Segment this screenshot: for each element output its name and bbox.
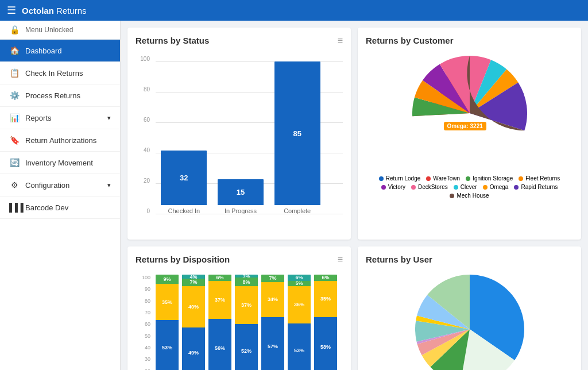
bar-group-checked-in: 32 Checked In [156,151,212,214]
sidebar-item-inventory-movement[interactable]: 🔄 Inventory Movement [0,152,120,174]
stacked-chart: 100908070605040302010 9% 35% 53% Jan [136,275,343,370]
card-header-disposition: Returns by Disposition ≡ [136,255,343,270]
bar-label-checked-in: Checked In [168,207,200,214]
card-header-customer: Returns by Customer [366,36,573,51]
legend-return-lodge: Return Lodge [379,175,421,182]
stacked-bar-jun: 6% 5% 36% 53% Jun [288,275,311,370]
returns-by-disposition-title: Returns by Disposition [136,255,230,264]
stacked-bar-jul: 6% 35% 58% Jul [314,275,337,370]
legend-ignition: Ignition Storage [466,175,513,182]
sidebar-item-check-in-returns[interactable]: 📋 Check In Returns [0,62,120,84]
bar-chart-area: 100806040200 32 Checked In 15 In Progres… [136,56,343,232]
stacked-bar-may-inner: 7% 34% 57% [261,275,284,370]
returns-by-status-title: Returns by Status [136,36,209,45]
stacked-bar-jan-inner: 9% 35% 53% [156,275,179,370]
legend-deckstores: DeckStores [411,184,448,190]
stacked-bar-apr: 3% 8% 37% 52% Apr [235,275,258,370]
content-area: Returns by Status ≡ 100806040200 32 Chec… [121,21,588,370]
sidebar-item-reports[interactable]: 📊 Reports ▾ [0,107,120,129]
stacked-y-axis: 100908070605040302010 [136,275,153,370]
reports-arrow: ▾ [107,114,111,122]
barcode-icon: ▌▌▌ [9,203,20,212]
status-card-menu[interactable]: ≡ [338,36,343,46]
returns-by-status-card: Returns by Status ≡ 100806040200 32 Chec… [127,28,351,240]
returns-by-customer-card: Returns by Customer [358,28,581,240]
menu-status: 🔓 Menu Unlocked [0,21,120,40]
inventory-icon: 🔄 [9,158,20,167]
stacked-bar-mar: 6% 37% 56% Mar [208,275,231,370]
customer-pie-svg [412,56,527,171]
legend-omega: Omega [483,184,509,190]
bar-complete: 85 [274,61,320,205]
topbar: ☰ Octolan Returns [0,0,588,21]
stacked-bar-feb: 4% 7% 40% 49% Feb [182,275,205,370]
returns-by-customer-title: Returns by Customer [366,36,454,45]
legend-mech: Mech House [450,192,489,199]
process-icon: ⚙️ [9,91,20,100]
sidebar-item-return-authorizations[interactable]: 🔖 Return Authorizations [0,129,120,152]
bar-checked-in: 32 [161,151,207,205]
customer-pie-legend: Return Lodge WareTown Ignition Storage F… [366,175,573,199]
app-logo: Octolan Returns [22,6,87,16]
card-header-status: Returns by Status ≡ [136,36,343,51]
bar-label-in-progress: In Progress [225,207,257,214]
bar-group-complete: 85 Complete [269,61,326,214]
stacked-bar-may: 7% 34% 57% May [261,275,284,370]
returns-by-user-title: Returns by User [366,255,432,264]
stacked-bar-jun-inner: 6% 5% 36% 53% [288,275,311,370]
customer-pie-container: Omega: 3221 Return Lodge WareTown Igniti… [366,56,573,232]
legend-clever: Clever [454,184,477,190]
main-layout: 🔓 Menu Unlocked 🏠 Dashboard 📋 Check In R… [0,21,588,370]
legend-rapid: Rapid Returns [514,184,558,190]
bar-chart: 100806040200 32 Checked In 15 In Progres… [136,56,343,232]
home-icon: 🏠 [9,46,20,55]
checkin-icon: 📋 [9,68,20,78]
lock-icon: 🔓 [9,25,20,34]
menu-icon[interactable]: ☰ [7,4,16,17]
omega-tooltip: Omega: 3221 [444,122,486,130]
sidebar-item-dashboard[interactable]: 🏠 Dashboard [0,40,120,62]
y-axis-status: 100806040200 [136,56,153,214]
disposition-card-menu[interactable]: ≡ [338,255,343,265]
legend-fleet: Fleet Returns [519,175,560,182]
bar-in-progress: 15 [218,179,264,205]
sidebar-item-barcode-dev[interactable]: ▌▌▌ Barcode Dev [0,196,120,219]
legend-waretown: WareTown [426,175,460,182]
user-pie-container: Mohamad Schultz Roger Smith Velma Andrew… [366,275,573,370]
bar-label-complete: Complete [284,207,311,214]
stacked-bar-jul-inner: 6% 35% 58% [314,275,337,370]
customer-pie-wrapper: Omega: 3221 [412,56,527,171]
auth-icon: 🔖 [9,136,20,145]
stacked-bar-feb-inner: 4% 7% 40% 49% [182,275,205,370]
bar-group-in-progress: 15 In Progress [212,179,269,214]
stacked-bar-jan: 9% 35% 53% Jan [156,275,179,370]
returns-by-disposition-card: Returns by Disposition ≡ 100908070605040… [127,246,351,370]
stacked-area: 100908070605040302010 9% 35% 53% Jan [136,275,343,370]
card-header-user: Returns by User [366,255,573,270]
returns-by-user-card: Returns by User [358,246,581,370]
config-icon: ⚙ [9,180,20,190]
stacked-bar-apr-inner: 3% 8% 37% 52% [235,275,258,370]
reports-icon: 📊 [9,113,20,122]
sidebar: 🔓 Menu Unlocked 🏠 Dashboard 📋 Check In R… [0,21,121,370]
sidebar-item-configuration[interactable]: ⚙ Configuration ▾ [0,174,120,196]
stacked-bar-mar-inner: 6% 37% 56% [208,275,231,370]
legend-victory: Victory [381,184,405,190]
user-pie-svg [415,272,524,370]
sidebar-item-process-returns[interactable]: ⚙️ Process Returns [0,84,120,107]
config-arrow: ▾ [107,182,111,189]
